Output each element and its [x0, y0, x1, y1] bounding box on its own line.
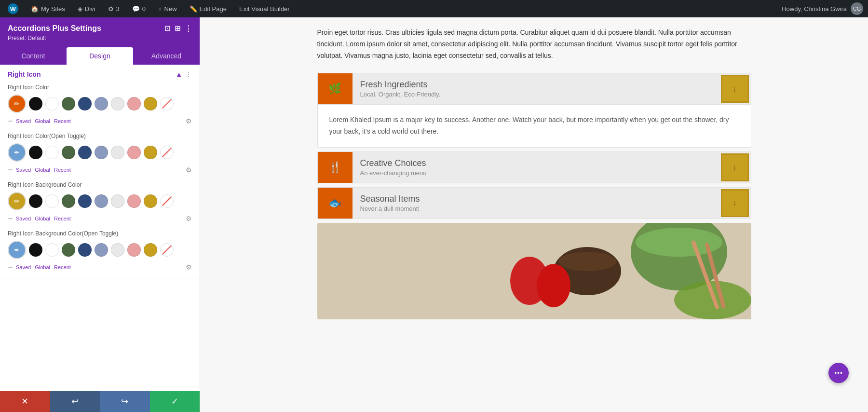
color-tab-saved-2[interactable]: Saved	[16, 167, 31, 173]
cancel-icon: ✕	[21, 396, 28, 407]
message-icon: 💬	[132, 5, 140, 13]
user-avatar[interactable]: CG	[851, 2, 863, 15]
right-icon-color-selected[interactable]: ✏	[8, 95, 26, 113]
accordion-header-fresh-ingredients[interactable]: 🌿 Fresh Ingredients Local. Organic. Eco-…	[318, 73, 751, 104]
color-swatch-lightblue-2[interactable]	[95, 146, 108, 159]
color-swatch-none-4[interactable]	[160, 243, 174, 257]
accordion-creative-choices: 🍴 Creative Choices An ever-changing menu…	[317, 151, 751, 183]
accordion-title-creative: Creative Choices	[360, 158, 713, 168]
edit-page-item[interactable]: ✏️ Edit Page	[187, 0, 230, 17]
color-swatch-black-4[interactable]	[29, 243, 42, 257]
color-swatch-pink-4[interactable]	[127, 243, 141, 257]
color-swatch-black-1[interactable]	[29, 97, 42, 110]
color-swatch-lightgrey-4[interactable]	[111, 243, 124, 257]
color-dots-icon-1[interactable]: ···	[8, 116, 12, 126]
color-swatch-gold-1[interactable]	[144, 97, 157, 110]
redo-button[interactable]: ↪	[100, 391, 150, 412]
recycle-count: 3	[116, 5, 120, 13]
right-icon-color-open-toggle-tabs-row: ··· Saved Global Recent ⚙	[8, 165, 192, 175]
color-swatch-white-4[interactable]	[45, 243, 59, 257]
accordion-toggle-fresh[interactable]: ↓	[721, 75, 749, 103]
section-menu-icon[interactable]: ⋮	[185, 70, 192, 78]
color-tab-recent-4[interactable]: Recent	[54, 264, 71, 270]
color-swatch-white-3[interactable]	[45, 194, 59, 208]
color-swatch-black-2[interactable]	[29, 146, 42, 159]
color-swatch-none-1[interactable]	[160, 97, 174, 110]
color-swatch-pink-1[interactable]	[127, 97, 141, 110]
color-gear-icon-1[interactable]: ⚙	[186, 117, 192, 125]
messages-item[interactable]: 💬 0	[129, 0, 149, 17]
color-tab-global-3[interactable]: Global	[35, 216, 50, 221]
color-tab-global-2[interactable]: Global	[35, 167, 50, 173]
color-swatch-none-3[interactable]	[160, 194, 174, 208]
color-swatch-blue-1[interactable]	[78, 97, 92, 110]
color-dots-icon-4[interactable]: ···	[8, 262, 12, 272]
color-swatch-gold-3[interactable]	[144, 194, 157, 208]
color-tab-global-4[interactable]: Global	[35, 264, 50, 270]
sidebar-preset[interactable]: Preset: Default	[8, 35, 192, 41]
color-swatch-green-4[interactable]	[62, 243, 75, 257]
color-swatch-white-2[interactable]	[45, 146, 59, 159]
accordion-header-seasonal[interactable]: 🐟 Seasonal Items Never a dull moment! ↓	[318, 188, 751, 219]
accordion-toggle-seasonal[interactable]: ↓	[721, 189, 749, 217]
color-swatch-lightblue-3[interactable]	[95, 194, 108, 208]
color-tab-saved-4[interactable]: Saved	[16, 264, 31, 270]
right-icon-bg-color-selected[interactable]: ✏	[8, 192, 26, 210]
section-collapse-icon[interactable]: ▲	[176, 70, 182, 78]
divi-item[interactable]: ◈ Divi	[75, 0, 98, 17]
color-tab-saved-3[interactable]: Saved	[16, 216, 31, 221]
color-swatch-green-2[interactable]	[62, 146, 75, 159]
fork-icon: 🍴	[328, 161, 341, 174]
accordion-text-seasonal: Seasonal Items Never a dull moment!	[353, 188, 721, 218]
exit-visual-builder-item[interactable]: Exit Visual Builder	[236, 0, 293, 17]
floating-menu-button[interactable]: •••	[828, 363, 849, 383]
color-swatch-lightblue-1[interactable]	[95, 97, 108, 110]
new-item[interactable]: + New	[155, 0, 180, 17]
color-swatch-blue-3[interactable]	[78, 194, 92, 208]
ellipsis-icon[interactable]: ⋮	[185, 24, 192, 33]
color-swatch-white-1[interactable]	[45, 97, 59, 110]
color-swatch-green-3[interactable]	[62, 194, 75, 208]
color-swatch-pink-2[interactable]	[127, 146, 141, 159]
color-swatch-lightgrey-3[interactable]	[111, 194, 124, 208]
settings-sidebar: Accordions Plus Settings ⊡ ⊞ ⋮ Preset: D…	[0, 17, 200, 412]
color-swatch-black-3[interactable]	[29, 194, 42, 208]
recycle-item[interactable]: ♻ 3	[105, 0, 122, 17]
color-gear-icon-4[interactable]: ⚙	[186, 263, 192, 271]
cancel-button[interactable]: ✕	[0, 391, 50, 412]
color-swatch-green-1[interactable]	[62, 97, 75, 110]
save-button[interactable]: ✓	[150, 391, 200, 412]
color-swatch-lightblue-4[interactable]	[95, 243, 108, 257]
color-tab-saved-1[interactable]: Saved	[16, 118, 31, 124]
right-icon-color-open-toggle-selected[interactable]: ✒	[8, 143, 26, 162]
content-wrapper: Proin eget tortor risus. Cras ultricies …	[200, 17, 868, 412]
color-gear-icon-2[interactable]: ⚙	[186, 166, 192, 174]
color-swatch-none-2[interactable]	[160, 146, 174, 159]
grid-icon[interactable]: ⊞	[175, 24, 181, 33]
color-swatch-lightgrey-1[interactable]	[111, 97, 124, 110]
accordion-header-creative[interactable]: 🍴 Creative Choices An ever-changing menu…	[318, 152, 751, 183]
color-gear-icon-3[interactable]: ⚙	[186, 215, 192, 222]
minimize-icon[interactable]: ⊡	[164, 24, 171, 33]
color-tab-recent-1[interactable]: Recent	[54, 118, 71, 124]
color-swatch-gold-2[interactable]	[144, 146, 157, 159]
color-swatch-blue-4[interactable]	[78, 243, 92, 257]
tab-design[interactable]: Design	[67, 47, 133, 65]
color-tab-recent-3[interactable]: Recent	[54, 216, 71, 221]
color-tab-global-1[interactable]: Global	[35, 118, 50, 124]
tab-content[interactable]: Content	[0, 47, 67, 65]
color-swatch-lightgrey-2[interactable]	[111, 146, 124, 159]
color-dots-icon-3[interactable]: ···	[8, 213, 12, 223]
color-swatch-pink-3[interactable]	[127, 194, 141, 208]
color-swatch-blue-2[interactable]	[78, 146, 92, 159]
color-dots-icon-2[interactable]: ···	[8, 165, 12, 175]
accordion-toggle-creative[interactable]: ↓	[721, 153, 749, 181]
wp-logo-item[interactable]: W	[5, 0, 21, 17]
right-icon-bg-color-open-toggle-selected[interactable]: ✒	[8, 241, 26, 259]
color-swatch-gold-4[interactable]	[144, 243, 157, 257]
tab-advanced[interactable]: Advanced	[133, 47, 200, 65]
undo-button[interactable]: ↩	[50, 391, 100, 412]
color-tab-recent-2[interactable]: Recent	[54, 167, 71, 173]
edit-icon: ✏️	[190, 5, 197, 13]
my-sites-item[interactable]: 🏠 My Sites	[28, 0, 68, 17]
